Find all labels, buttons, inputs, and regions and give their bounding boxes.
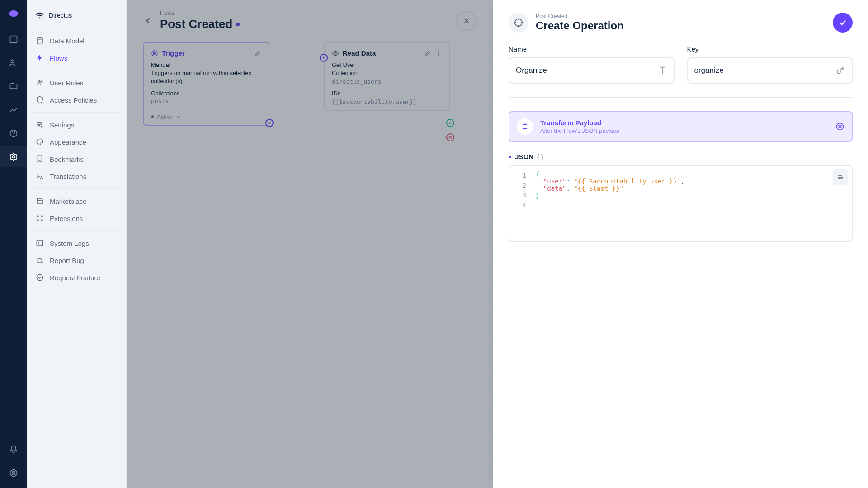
- svg-point-26: [837, 70, 840, 73]
- bug-icon: [35, 256, 44, 265]
- sidebar-item-translations[interactable]: Translations: [27, 168, 126, 185]
- operation-icon: [509, 13, 528, 33]
- rail-users-icon[interactable]: [0, 52, 27, 73]
- svg-point-11: [41, 126, 42, 127]
- sidebar-item-settings[interactable]: Settings: [27, 116, 126, 133]
- svg-point-7: [38, 80, 40, 83]
- overlay[interactable]: [127, 0, 493, 488]
- sidebar-item-bookmarks[interactable]: Bookmarks: [27, 150, 126, 168]
- sidebar-item-data-model[interactable]: Data Model: [27, 32, 126, 49]
- key-icon[interactable]: [835, 66, 845, 75]
- name-input[interactable]: [516, 66, 653, 75]
- svg-point-6: [37, 38, 42, 40]
- text-format-icon[interactable]: [657, 66, 667, 75]
- rail-files-icon[interactable]: [0, 76, 27, 97]
- selected-operation-card[interactable]: Transform Payload Alter the Flow's JSON …: [509, 111, 853, 142]
- shield-icon: [35, 95, 44, 104]
- svg-point-9: [41, 122, 42, 123]
- translate-icon: [35, 172, 44, 181]
- key-label: Key: [687, 45, 853, 53]
- transform-icon: [517, 118, 533, 135]
- sidebar-title-label: Directus: [49, 12, 72, 19]
- key-input-wrap[interactable]: [687, 57, 853, 84]
- puzzle-icon: [35, 214, 44, 223]
- svg-rect-16: [37, 240, 43, 246]
- svg-point-13: [41, 216, 42, 217]
- wifi-icon: [35, 11, 44, 20]
- main-canvas: Flows Post Created Trigger Manual Trigge…: [127, 0, 493, 488]
- key-input[interactable]: [694, 66, 831, 75]
- rail-account-icon[interactable]: [0, 463, 27, 483]
- sidebar-item-access-policies[interactable]: Access Policies: [27, 91, 126, 108]
- confirm-button[interactable]: [833, 13, 853, 33]
- clear-operation-icon[interactable]: [835, 122, 844, 131]
- svg-point-8: [41, 81, 42, 83]
- svg-point-17: [38, 258, 42, 263]
- json-field-label: • JSON { }: [509, 153, 853, 160]
- store-icon: [35, 197, 44, 206]
- sidebar-item-marketplace[interactable]: Marketplace: [27, 192, 126, 210]
- code-content[interactable]: { "user": "{{ $accountability.user }}", …: [530, 166, 690, 241]
- svg-point-18: [37, 274, 43, 281]
- sidebar-item-report-bug[interactable]: Report Bug: [27, 252, 126, 269]
- svg-point-14: [37, 220, 38, 221]
- json-editor[interactable]: 1234 { "user": "{{ $accountability.user …: [509, 165, 853, 242]
- code-gutter: 1234: [509, 166, 530, 241]
- svg-point-10: [38, 124, 40, 126]
- palette-icon: [35, 137, 44, 146]
- create-operation-drawer: Post Created Create Operation Name Key T…: [493, 0, 868, 488]
- svg-rect-0: [10, 36, 17, 43]
- bookmark-icon: [35, 155, 44, 164]
- sidebar-item-system-logs[interactable]: System Logs: [27, 235, 126, 252]
- operation-desc: Alter the Flow's JSON payload: [540, 127, 620, 134]
- check-circle-icon: [35, 273, 44, 282]
- sidebar-item-extensions[interactable]: Extensions: [27, 210, 126, 227]
- sidebar-title: Directus: [27, 6, 126, 24]
- svg-point-1: [11, 60, 14, 63]
- nav-rail: [0, 0, 27, 488]
- drawer-subtitle: Post Created: [536, 13, 624, 19]
- sidebar-item-flows[interactable]: Flows: [27, 49, 126, 66]
- name-label: Name: [509, 45, 675, 53]
- svg-point-3: [13, 156, 15, 158]
- code-expand-icon[interactable]: [833, 169, 848, 185]
- logo-icon: [5, 5, 22, 22]
- database-icon: [35, 36, 44, 45]
- rail-content-icon[interactable]: [0, 29, 27, 50]
- users-icon: [35, 78, 44, 87]
- sidebar-item-user-roles[interactable]: User Roles: [27, 74, 126, 91]
- operation-title: Transform Payload: [540, 119, 620, 127]
- settings-sidebar: Directus Data Model Flows User Roles Acc…: [27, 0, 127, 488]
- rail-docs-icon[interactable]: [0, 123, 27, 144]
- rail-notifications-icon[interactable]: [0, 439, 27, 460]
- svg-point-5: [13, 471, 15, 474]
- rail-insights-icon[interactable]: [0, 99, 27, 120]
- svg-point-15: [41, 220, 42, 221]
- rail-settings-icon[interactable]: [0, 146, 27, 167]
- drawer-title: Create Operation: [536, 19, 624, 32]
- sliders-icon: [35, 120, 44, 129]
- name-input-wrap[interactable]: [509, 57, 675, 84]
- svg-point-12: [37, 216, 38, 217]
- sidebar-item-request-feature[interactable]: Request Feature: [27, 269, 126, 286]
- sidebar-item-appearance[interactable]: Appearance: [27, 133, 126, 150]
- bolt-icon: [35, 53, 44, 62]
- terminal-icon: [35, 239, 44, 248]
